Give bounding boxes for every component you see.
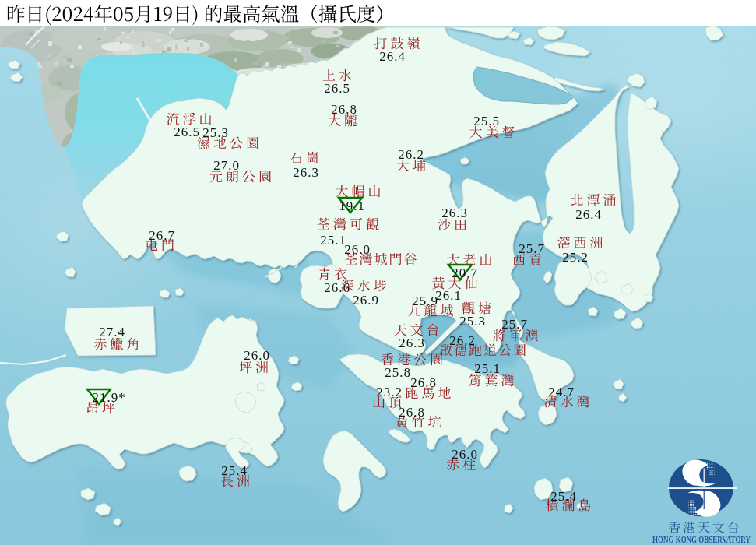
svg-text:26.4: 26.4 xyxy=(379,49,406,64)
svg-text:23.2: 23.2 xyxy=(376,385,403,399)
svg-text:25.3: 25.3 xyxy=(459,314,486,329)
svg-text:25.8: 25.8 xyxy=(385,365,411,380)
svg-text:26.3: 26.3 xyxy=(399,336,425,350)
svg-text:25.9: 25.9 xyxy=(412,294,438,308)
svg-text:27.0: 27.0 xyxy=(213,158,240,173)
svg-text:26.0: 26.0 xyxy=(244,348,270,363)
svg-text:25.7: 25.7 xyxy=(519,241,545,256)
svg-text:26.9: 26.9 xyxy=(353,293,379,308)
svg-text:26.1: 26.1 xyxy=(435,288,462,303)
svg-text:24.7: 24.7 xyxy=(548,385,575,399)
svg-text:25.7: 25.7 xyxy=(501,317,528,332)
svg-text:26.2: 26.2 xyxy=(398,147,424,162)
svg-text:26.8: 26.8 xyxy=(399,405,425,420)
svg-text:25.2: 25.2 xyxy=(562,250,589,265)
svg-text:26.0: 26.0 xyxy=(452,447,478,462)
svg-text:26.8: 26.8 xyxy=(331,102,357,117)
svg-text:26.2: 26.2 xyxy=(449,333,476,348)
svg-text:26.6: 26.6 xyxy=(324,280,350,295)
svg-text:21.9*: 21.9* xyxy=(92,390,125,405)
svg-text:25.4: 25.4 xyxy=(221,463,248,478)
svg-text:26.5: 26.5 xyxy=(174,125,200,139)
svg-text:26.5: 26.5 xyxy=(324,81,350,96)
svg-text:20.7: 20.7 xyxy=(452,265,478,280)
svg-text:27.4: 27.4 xyxy=(99,325,125,339)
svg-text:26.7: 26.7 xyxy=(149,228,175,243)
svg-text:26.3: 26.3 xyxy=(441,206,468,220)
svg-text:26.4: 26.4 xyxy=(575,207,602,222)
svg-text:26.3: 26.3 xyxy=(293,165,319,180)
svg-text:26.0: 26.0 xyxy=(344,242,371,257)
svg-text:25.1: 25.1 xyxy=(474,361,501,376)
svg-text:25.3: 25.3 xyxy=(202,125,229,140)
svg-text:HONG KONG OBSERVATORY: HONG KONG OBSERVATORY xyxy=(652,535,751,544)
svg-text:25.5: 25.5 xyxy=(473,114,500,128)
svg-text:25.4: 25.4 xyxy=(550,489,577,504)
svg-text:19.1: 19.1 xyxy=(339,199,365,213)
svg-text:26.8: 26.8 xyxy=(410,375,437,390)
svg-text:25.1: 25.1 xyxy=(320,233,346,248)
